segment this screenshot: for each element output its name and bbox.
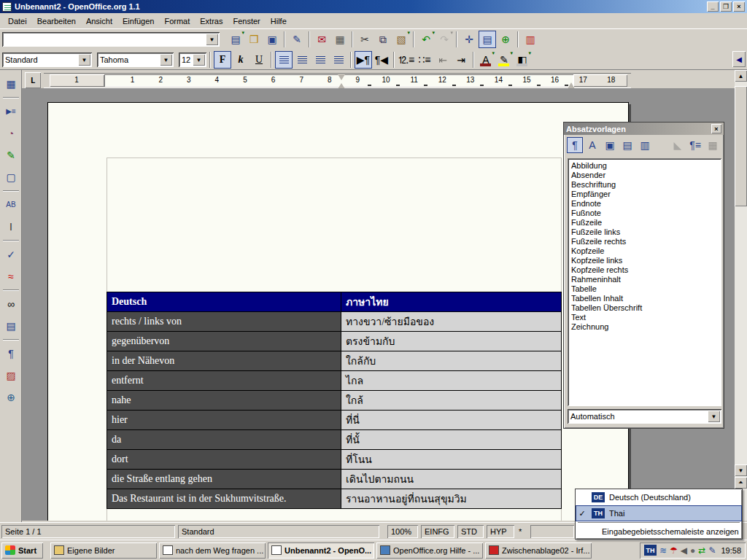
- table-row[interactable]: rechts / links vonทางขวา/ซ้ายมือของ: [107, 312, 562, 332]
- style-list-item[interactable]: Text: [571, 313, 720, 322]
- cell-thai[interactable]: ตรงข้ามกับ: [341, 332, 562, 351]
- cell-deutsch[interactable]: rechts / links von: [107, 312, 341, 332]
- redo-icon[interactable]: ↷: [436, 31, 453, 48]
- cell-deutsch[interactable]: entfernt: [107, 371, 341, 391]
- menu-item[interactable]: Bearbeiten: [32, 15, 81, 28]
- scrollbar-thumb[interactable]: [735, 86, 747, 206]
- online-layout-icon[interactable]: ⊕: [1, 388, 20, 407]
- style-list-item[interactable]: Tabellen Inhalt: [571, 294, 720, 303]
- cell-thai[interactable]: รานอาหานอยู่ที่ถนนสุขุมวิม: [341, 489, 562, 509]
- style-list-item[interactable]: Fußzeile rechts: [571, 237, 720, 246]
- fill-format-icon[interactable]: ◣: [670, 137, 686, 153]
- page-styles-icon[interactable]: ▤: [619, 137, 635, 153]
- form-functions-icon[interactable]: ▢: [1, 168, 20, 187]
- style-list[interactable]: AbbildungAbsenderBeschriftungEmpfängerEn…: [568, 158, 721, 406]
- taskbar-button[interactable]: Unbenannt2 - OpenO...: [268, 542, 374, 559]
- ltr-button[interactable]: ▶¶: [355, 51, 372, 69]
- increase-indent-button[interactable]: ⇥: [452, 51, 470, 69]
- graphics-toggle-icon[interactable]: ▨: [1, 366, 20, 385]
- insert-graphics-icon[interactable]: ▥: [522, 31, 539, 48]
- frame-styles-icon[interactable]: ▣: [602, 137, 618, 153]
- copy-icon[interactable]: ⧉: [374, 31, 392, 48]
- table-header-row[interactable]: Deutsch ภาษาไทย: [107, 292, 562, 312]
- style-filter-combobox[interactable]: Automatisch ▼: [568, 409, 721, 424]
- nonprinting-chars-icon[interactable]: ¶: [1, 344, 20, 363]
- numbered-list-button[interactable]: ⒓≡: [398, 51, 415, 69]
- language-menu-item[interactable]: DE Deutsch (Deutschland): [576, 489, 742, 505]
- style-list-item[interactable]: Empfänger: [571, 190, 720, 199]
- list-styles-icon[interactable]: ▥: [637, 137, 653, 153]
- table-row[interactable]: die Straße entlang gehenเดินไปตามถนน: [107, 470, 562, 489]
- table-row[interactable]: in der Nähevonใกล้กับ: [107, 351, 562, 371]
- cell-thai[interactable]: ที่โนน: [341, 450, 562, 470]
- insert-icon[interactable]: ▶≡: [1, 102, 20, 121]
- cell-thai[interactable]: ไกล: [341, 371, 562, 391]
- cell-thai[interactable]: ใกล้: [341, 391, 562, 411]
- insert-object-icon[interactable]: ◔: [1, 124, 20, 143]
- close-button[interactable]: ×: [733, 1, 745, 12]
- cut-icon[interactable]: ✂: [356, 31, 374, 48]
- insert-table-icon[interactable]: ▦: [1, 74, 20, 93]
- chevron-down-icon[interactable]: ▼: [160, 54, 172, 66]
- volume-icon[interactable]: ◀: [681, 546, 687, 555]
- cell-deutsch[interactable]: da: [107, 430, 341, 450]
- italic-button[interactable]: k: [232, 51, 249, 69]
- save-icon[interactable]: ▣: [263, 31, 281, 48]
- chevron-down-icon[interactable]: ▼: [78, 54, 90, 66]
- style-list-item[interactable]: Fußzeile links: [571, 228, 720, 237]
- new-style-from-selection-icon[interactable]: ¶≡: [687, 137, 703, 153]
- style-list-item[interactable]: Rahmeninhalt: [571, 275, 720, 284]
- taskbar-button[interactable]: Zwischenablage02 - Irf...: [485, 542, 592, 559]
- table-header-thai[interactable]: ภาษาไทย: [341, 292, 562, 312]
- scroll-up-icon[interactable]: ▲: [735, 70, 747, 82]
- table-row[interactable]: entferntไกล: [107, 371, 562, 391]
- table-row[interactable]: dortที่โนน: [107, 450, 562, 470]
- chevron-down-icon[interactable]: ▼: [193, 54, 205, 66]
- url-combobox[interactable]: ▼: [2, 32, 220, 47]
- navigator-icon[interactable]: ✛: [460, 31, 478, 48]
- taskbar-button[interactable]: nach dem Weg fragen ...: [159, 542, 266, 559]
- menu-item[interactable]: Hilfe: [266, 15, 292, 28]
- cell-thai[interactable]: ที่นี่: [341, 411, 562, 430]
- table-header-deutsch[interactable]: Deutsch: [107, 292, 341, 312]
- cell-deutsch[interactable]: gegenübervon: [107, 332, 341, 351]
- bold-button[interactable]: F: [214, 51, 231, 69]
- bullet-list-button[interactable]: ∷≡: [416, 51, 433, 69]
- tab-stop-selector[interactable]: L: [25, 72, 41, 88]
- vocabulary-table[interactable]: Deutsch ภาษาไทย rechts / links vonทางขวา…: [107, 292, 562, 509]
- style-list-item[interactable]: Beschriftung: [571, 180, 720, 190]
- cell-deutsch[interactable]: Das Restaurant ist in der Sukhumvitstraß…: [107, 489, 341, 509]
- cell-deutsch[interactable]: die Straße entlang gehen: [107, 470, 341, 489]
- indent-marker-icon[interactable]: [338, 74, 345, 84]
- draw-functions-icon[interactable]: ✎: [1, 146, 20, 165]
- spellcheck-icon[interactable]: ✓: [1, 245, 20, 264]
- style-list-item[interactable]: Fußnote: [571, 209, 720, 218]
- table-row[interactable]: Das Restaurant ist in der Sukhumvitstraß…: [107, 489, 562, 509]
- updater-icon[interactable]: ⇄: [698, 546, 705, 555]
- font-size-combobox[interactable]: 12 ▼: [179, 52, 206, 67]
- style-list-item[interactable]: Absender: [571, 171, 720, 180]
- table-row[interactable]: gegenübervonตรงข้ามกับ: [107, 332, 562, 351]
- chevron-down-icon[interactable]: ▼: [206, 34, 218, 45]
- status-page[interactable]: Seite 1 / 1: [1, 525, 175, 538]
- mail-document-icon[interactable]: ✉: [313, 31, 330, 48]
- tablet-icon[interactable]: ✎: [708, 546, 716, 555]
- stylist-title-bar[interactable]: Absatzvorlagen ×: [564, 122, 724, 135]
- status-insert-mode[interactable]: EINFG: [421, 525, 454, 538]
- background-color-button[interactable]: ◧: [514, 51, 531, 69]
- menu-item[interactable]: Einfügen: [117, 15, 159, 28]
- style-list-item[interactable]: Tabelle: [571, 284, 720, 294]
- cell-thai[interactable]: ทางขวา/ซ้ายมือของ: [341, 312, 562, 332]
- show-input-locale-bar-item[interactable]: Eingabegebietsschemaleiste anzeigen: [576, 524, 742, 540]
- style-list-item[interactable]: Kopfzeile rechts: [571, 265, 720, 275]
- style-list-item[interactable]: Fußzeile: [571, 218, 720, 228]
- paragraph-style-combobox[interactable]: Standard ▼: [2, 52, 92, 67]
- antivir-icon[interactable]: ☂: [670, 546, 678, 555]
- scroll-down-icon[interactable]: ▼: [735, 464, 747, 476]
- minimize-button[interactable]: _: [707, 1, 719, 12]
- status-hyperlink-mode[interactable]: HYP: [487, 525, 514, 538]
- menu-item[interactable]: Datei: [3, 15, 32, 28]
- print-icon[interactable]: ▦: [331, 31, 349, 48]
- table-row[interactable]: naheใกล้: [107, 391, 562, 411]
- vertical-scrollbar[interactable]: ▲ ▼ ⏶: [735, 70, 747, 521]
